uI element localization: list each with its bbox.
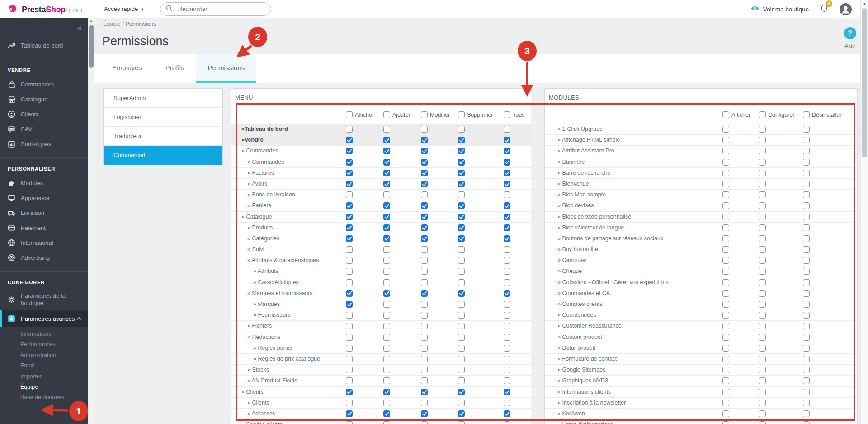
sidebar-item-advertising[interactable]: Advertising [0, 250, 88, 265]
perm-checkbox-ajouter[interactable] [383, 181, 390, 187]
perm-checkbox-afficher[interactable] [346, 137, 353, 143]
perm-checkbox-ajouter[interactable] [383, 377, 390, 384]
perm-checkbox-modifier[interactable] [421, 159, 428, 166]
perm-checkbox-afficher[interactable] [346, 301, 353, 308]
perm-checkbox-afficher[interactable] [346, 257, 353, 264]
perm-checkbox-ajouter[interactable] [383, 410, 390, 417]
perm-checkbox-supprimer[interactable] [458, 323, 465, 329]
perm-checkbox-configurer[interactable] [759, 290, 766, 297]
perm-checkbox-configurer[interactable] [759, 421, 766, 424]
perm-checkbox-tous[interactable] [504, 181, 510, 187]
perm-checkbox-afficher[interactable] [346, 246, 353, 253]
perm-checkbox-désinstaller[interactable] [803, 159, 810, 166]
window-scrollbar-thumb[interactable] [862, 8, 867, 157]
perm-checkbox-ajouter[interactable] [383, 400, 390, 406]
perm-checkbox-modifier[interactable] [421, 421, 428, 424]
perm-checkbox-configurer[interactable] [759, 323, 766, 329]
perm-checkbox-tous[interactable] [504, 400, 510, 406]
perm-checkbox-supprimer[interactable] [458, 345, 465, 352]
perm-checkbox-modifier[interactable] [421, 214, 428, 220]
perm-checkbox-modifier[interactable] [421, 202, 428, 209]
column-checkbox-ajouter[interactable] [383, 111, 390, 118]
perm-checkbox-tous[interactable] [504, 421, 510, 424]
perm-checkbox-désinstaller[interactable] [803, 214, 810, 220]
perm-checkbox-supprimer[interactable] [458, 279, 465, 286]
perm-checkbox-afficher[interactable] [346, 235, 353, 242]
perm-checkbox-tous[interactable] [504, 367, 510, 373]
perm-checkbox-modifier[interactable] [421, 126, 428, 133]
perm-checkbox-configurer[interactable] [759, 148, 766, 154]
perm-checkbox-afficher[interactable] [722, 421, 729, 424]
perm-checkbox-tous[interactable] [504, 159, 510, 166]
perm-checkbox-modifier[interactable] [421, 323, 428, 329]
perm-checkbox-afficher[interactable] [722, 400, 729, 406]
help-button[interactable]: ? Aide [840, 27, 860, 48]
perm-checkbox-ajouter[interactable] [383, 268, 390, 275]
perm-checkbox-modifier[interactable] [421, 301, 428, 308]
perm-checkbox-configurer[interactable] [759, 246, 766, 253]
perm-checkbox-configurer[interactable] [759, 356, 766, 362]
perm-checkbox-ajouter[interactable] [383, 126, 390, 133]
perm-checkbox-afficher[interactable] [722, 367, 729, 373]
perm-checkbox-tous[interactable] [504, 137, 510, 143]
perm-checkbox-configurer[interactable] [759, 367, 766, 373]
perm-checkbox-désinstaller[interactable] [803, 235, 810, 242]
perm-checkbox-supprimer[interactable] [458, 421, 465, 424]
perm-checkbox-configurer[interactable] [759, 301, 766, 308]
perm-checkbox-configurer[interactable] [759, 170, 766, 176]
perm-checkbox-désinstaller[interactable] [803, 377, 810, 384]
perm-checkbox-afficher[interactable] [722, 323, 729, 329]
perm-checkbox-afficher[interactable] [722, 345, 729, 352]
perm-checkbox-configurer[interactable] [759, 410, 766, 417]
perm-checkbox-ajouter[interactable] [383, 257, 390, 264]
perm-checkbox-désinstaller[interactable] [803, 257, 810, 264]
perm-checkbox-supprimer[interactable] [458, 159, 465, 166]
perm-checkbox-modifier[interactable] [421, 377, 428, 384]
perm-checkbox-ajouter[interactable] [383, 137, 390, 143]
perm-checkbox-tous[interactable] [504, 301, 510, 308]
perm-checkbox-désinstaller[interactable] [803, 301, 810, 308]
perm-checkbox-désinstaller[interactable] [803, 421, 810, 424]
perm-checkbox-désinstaller[interactable] [803, 312, 810, 319]
perm-checkbox-supprimer[interactable] [458, 410, 465, 417]
perm-checkbox-afficher[interactable] [722, 290, 729, 297]
perm-checkbox-afficher[interactable] [346, 214, 353, 220]
perm-checkbox-désinstaller[interactable] [803, 279, 810, 286]
perm-checkbox-tous[interactable] [504, 191, 510, 198]
sidebar-subitem-informations[interactable]: Informations [0, 329, 88, 339]
perm-checkbox-configurer[interactable] [759, 400, 766, 406]
perm-checkbox-ajouter[interactable] [383, 367, 390, 373]
perm-checkbox-ajouter[interactable] [383, 214, 390, 220]
sidebar-item-sav[interactable]: SAV [0, 122, 88, 137]
perm-checkbox-afficher[interactable] [722, 356, 729, 362]
sidebar-item-paiement[interactable]: Paiement [0, 220, 88, 235]
perm-checkbox-tous[interactable] [504, 235, 510, 242]
perm-checkbox-ajouter[interactable] [383, 312, 390, 319]
perm-checkbox-tous[interactable] [504, 389, 510, 395]
perm-checkbox-supprimer[interactable] [458, 367, 465, 373]
profile-row-commercial[interactable]: Commercial [104, 146, 222, 165]
sidebar-item-catalogue[interactable]: Catalogue [0, 92, 88, 107]
sidebar-item-livraison[interactable]: Livraison [0, 205, 88, 220]
perm-checkbox-ajouter[interactable] [383, 202, 390, 209]
perm-checkbox-afficher[interactable] [722, 214, 729, 220]
perm-checkbox-modifier[interactable] [421, 389, 428, 395]
perm-checkbox-afficher[interactable] [722, 224, 729, 231]
perm-checkbox-ajouter[interactable] [383, 290, 390, 297]
perm-checkbox-afficher[interactable] [346, 191, 353, 198]
perm-checkbox-tous[interactable] [504, 323, 510, 329]
perm-checkbox-désinstaller[interactable] [803, 356, 810, 362]
perm-checkbox-configurer[interactable] [759, 126, 766, 133]
perm-checkbox-désinstaller[interactable] [803, 224, 810, 231]
column-checkbox-afficher[interactable] [346, 111, 353, 118]
perm-checkbox-afficher[interactable] [346, 356, 353, 362]
perm-checkbox-supprimer[interactable] [458, 268, 465, 275]
perm-checkbox-afficher[interactable] [722, 246, 729, 253]
sidebar-subitem--quipe[interactable]: Équipe [0, 382, 88, 392]
perm-checkbox-ajouter[interactable] [383, 421, 390, 424]
perm-checkbox-afficher[interactable] [722, 191, 729, 198]
perm-checkbox-supprimer[interactable] [458, 356, 465, 362]
view-shop-link[interactable]: Voir ma boutique [750, 5, 809, 13]
perm-checkbox-supprimer[interactable] [458, 224, 465, 231]
perm-checkbox-désinstaller[interactable] [803, 389, 810, 395]
